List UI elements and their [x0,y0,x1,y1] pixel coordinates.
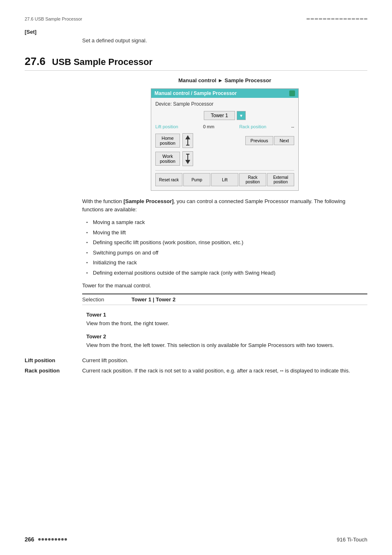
table-col1-header: Selection [82,294,131,305]
tower2-subsection: Tower 2 View from the front, the left to… [82,333,367,349]
lift-position-section: Lift position Current lift position. [25,357,367,363]
lift-position-section-title: Lift position [25,357,55,363]
tower-row: Tower 1 ▼ [155,111,294,120]
section-heading: 27.6 USB Sample Processor [25,55,367,71]
lift-position-value: 0 mm [203,124,214,129]
device-label: Device: Sample Processor [155,101,294,107]
positions-row: Lift position 0 mm Rack position -- [155,124,294,129]
rack-position-label-col: Rack position [25,368,74,374]
bottom-buttons-row: Reset rack Pump Lift Rackposition Extern… [155,170,294,186]
rack-position-label: Rack position [239,124,266,129]
footer-dots [38,538,67,541]
rack-position-value: -- [291,124,294,129]
footer-product: 916 Ti-Touch [337,536,367,543]
list-item: Defining specific lift positions (work p… [86,238,367,247]
list-item: Defining external positions outside of t… [86,269,367,277]
external-position-button[interactable]: Externalposition [267,173,294,186]
rack-position-desc-col: Current rack position. If the rack is no… [82,368,367,374]
rack-position-section: Rack position Current rack position. If … [25,368,367,374]
tower1-subsection: Tower 1 View from the front, the right t… [82,312,367,328]
previous-button[interactable]: Previous [245,136,274,145]
nav-buttons: Previous Next [245,136,294,145]
set-description: Set a defined output signal. [82,37,367,44]
lift-position-label: Lift position [155,124,178,129]
lift-position-label-col: Lift position [25,357,74,363]
svg-marker-4 [185,160,190,164]
page-footer: 266 916 Ti-Touch [25,536,367,543]
tower-intro: Tower for the manual control. [82,282,367,289]
reset-rack-button[interactable]: Reset rack [155,173,182,186]
features-list: Moving a sample rack Moving the lift Def… [86,218,367,277]
rack-position-section-title: Rack position [25,368,60,374]
table-col2-header: Tower 1 | Tower 2 [131,294,367,305]
work-position-button[interactable]: Workposition [155,152,180,166]
main-description: With the function [Sample Processor], yo… [82,197,367,213]
tower-button[interactable]: Tower 1 [204,111,235,120]
next-button[interactable]: Next [274,136,294,145]
dialog-close-btn[interactable] [289,90,295,96]
list-item: Moving a sample rack [86,218,367,227]
header-section-ref: 27.6 USB Sample Processor [25,16,82,21]
lift-position-desc-col: Current lift position. [82,357,367,363]
rack-position-button[interactable]: Rackposition [239,173,266,186]
work-controls-row: Workposition [155,151,294,166]
lift-button[interactable]: Lift [211,173,238,186]
selection-table: Selection Tower 1 | Tower 2 [82,294,367,305]
rack-position-section-desc: Current rack position. If the rack is no… [82,368,367,374]
header-decoration [307,18,367,20]
dialog-title: Manual control / Sample Processor [154,90,237,96]
nav-path: Manual control ► Sample Processor [82,77,367,83]
svg-marker-1 [185,135,190,139]
home-controls-row: Homeposition Previous Next [155,133,294,148]
lift-position-section-desc: Current lift position. [82,357,367,363]
tower2-title: Tower 2 [86,333,367,340]
section-title: USB Sample Processor [52,57,153,67]
tower2-description: View from the front, the left tower. Thi… [86,341,367,349]
lift-up-icon[interactable] [182,133,193,148]
dialog-titlebar: Manual control / Sample Processor [151,89,298,98]
tower1-title: Tower 1 [86,312,367,318]
pump-button[interactable]: Pump [183,173,210,186]
content-area: Manual control ► Sample Processor Manual… [82,77,367,349]
list-item: Moving the lift [86,229,367,237]
set-label: [Set] [25,29,367,35]
lift-down-icon[interactable] [182,151,193,166]
page-header: 27.6 USB Sample Processor [25,16,367,21]
tower-dropdown[interactable]: ▼ [237,111,246,120]
list-item: Initializing the rack [86,259,367,267]
tower1-description: View from the front, the right tower. [86,319,367,328]
list-item: Switching pumps on and off [86,249,367,257]
dialog-body: Device: Sample Processor Tower 1 ▼ Lift … [151,98,298,190]
home-position-button[interactable]: Homeposition [155,134,180,148]
section-number: 27.6 [25,55,46,68]
dialog-box: Manual control / Sample Processor Device… [151,88,299,191]
page-number: 266 [25,536,34,543]
